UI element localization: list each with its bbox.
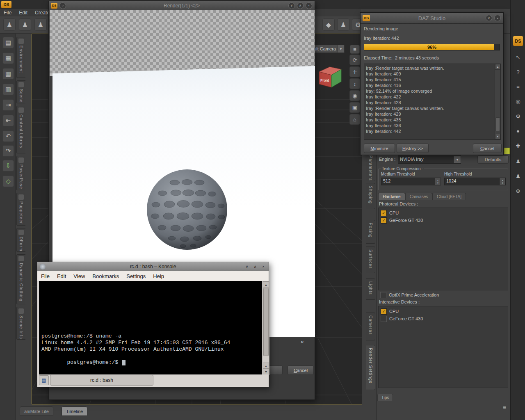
- menu-edit[interactable]: Edit: [53, 273, 70, 279]
- file-merge-icon[interactable]: ▦: [2, 68, 14, 80]
- session-tab[interactable]: rc.d : bash: [50, 375, 153, 386]
- render-log[interactable]: Iray :Render target canvas was written. …: [364, 64, 501, 140]
- tab-scene[interactable]: Scene: [16, 80, 25, 103]
- minimize-button[interactable]: Minimize: [364, 144, 395, 153]
- device-row-gpu[interactable]: ✓ GeForce GT 430: [379, 217, 508, 224]
- tab-lights[interactable]: Lights: [366, 278, 375, 300]
- menu-bookmarks[interactable]: Bookmarks: [89, 273, 123, 279]
- tab-posing[interactable]: Posing: [366, 220, 375, 244]
- scroll-down-icon[interactable]: ▼: [495, 134, 500, 139]
- checkbox-checked-icon[interactable]: ✓: [381, 210, 387, 216]
- tab-animate-lite[interactable]: aniMate Lite: [20, 406, 53, 416]
- sphere-tool-icon[interactable]: ●: [514, 126, 523, 135]
- figure-icon[interactable]: ♟: [514, 157, 523, 166]
- menu-file[interactable]: File: [37, 273, 53, 279]
- install-content-icon[interactable]: ◇: [2, 176, 14, 187]
- file-new-icon[interactable]: ▤: [2, 37, 14, 48]
- export-icon[interactable]: ⇤: [2, 115, 14, 126]
- scene-list-icon[interactable]: ≡: [514, 82, 523, 91]
- viewport-options-icon[interactable]: ≡: [350, 45, 360, 54]
- scroll-up-icon[interactable]: ▲: [495, 64, 500, 70]
- medium-threshold-input[interactable]: 512 ▲▼: [381, 178, 441, 185]
- scrollbar-thumb[interactable]: [495, 117, 500, 131]
- new-tab-icon[interactable]: ▤: [39, 375, 49, 385]
- chevron-down-icon[interactable]: ▼: [337, 45, 344, 52]
- device-row-cpu[interactable]: ✓ CPU: [379, 308, 508, 315]
- download-content-icon[interactable]: ⇩: [2, 160, 14, 171]
- scroll-up-icon[interactable]: ▲: [263, 281, 269, 288]
- checkbox-checked-icon[interactable]: ✓: [381, 308, 387, 315]
- view-cube-gizmo[interactable]: Front: [316, 64, 343, 89]
- tab-shaping[interactable]: Shaping: [366, 183, 375, 209]
- menu-help[interactable]: Help: [149, 273, 168, 279]
- wardrobe-icon[interactable]: ♟: [34, 18, 47, 31]
- unshade-icon[interactable]: ∧: [297, 2, 304, 9]
- ds-logo-icon[interactable]: DS: [513, 36, 523, 46]
- tab-powerpose[interactable]: PowerPose: [16, 156, 25, 190]
- tab-cameras[interactable]: Cameras: [366, 313, 375, 340]
- file-open-icon[interactable]: ▦: [2, 52, 14, 64]
- terminal-output[interactable]: postgres@home:/$ uname -a Linux home 4.4…: [39, 281, 262, 374]
- orbit-icon[interactable]: ⟳: [349, 55, 360, 65]
- tab-cloud-beta[interactable]: Cloud [BETA]: [432, 193, 466, 200]
- tab-render-settings[interactable]: Render Settings: [366, 345, 375, 390]
- tab-environment[interactable]: Environment: [16, 37, 25, 78]
- history-button[interactable]: History >>: [397, 144, 429, 153]
- tips-tab[interactable]: Tips: [377, 394, 393, 401]
- checkbox-unchecked-icon[interactable]: [381, 316, 387, 322]
- import-icon[interactable]: ⇥: [2, 99, 14, 111]
- tab-puppeteer[interactable]: Puppeteer: [16, 193, 25, 226]
- help-icon[interactable]: ?: [514, 67, 523, 76]
- menu-settings[interactable]: Settings: [123, 273, 149, 279]
- home-icon[interactable]: ⌂: [349, 114, 360, 125]
- undo-icon[interactable]: ↶: [2, 130, 14, 142]
- device-row-gpu[interactable]: GeForce GT 430: [379, 315, 508, 322]
- panel-menu-icon[interactable]: ≡: [500, 404, 509, 411]
- file-save-icon[interactable]: ▥: [2, 84, 14, 95]
- tab-hardware[interactable]: Hardware: [378, 193, 405, 200]
- new-figure-icon[interactable]: ♟: [3, 18, 16, 31]
- render-window-titlebar[interactable]: DS ○ Render(1/1) <2> ∨ ∧ ×: [49, 1, 315, 10]
- terminal-scrollbar[interactable]: ▲ ▲ ▼: [262, 281, 269, 375]
- high-threshold-input[interactable]: 1024 ▲▼: [444, 178, 506, 185]
- gem-tool-icon[interactable]: ◆: [322, 18, 335, 31]
- checkbox-unchecked-icon[interactable]: [380, 292, 386, 298]
- checkbox-checked-icon[interactable]: ✓: [381, 217, 387, 224]
- tab-timeline[interactable]: Timeline: [62, 406, 87, 416]
- tab-surfaces[interactable]: Surfaces: [366, 247, 375, 273]
- tab-parameters[interactable]: Parameters: [366, 153, 375, 181]
- people-icon[interactable]: ♟: [514, 171, 523, 180]
- device-row-cpu[interactable]: ✓ CPU: [379, 209, 508, 217]
- shade-icon[interactable]: ∨: [486, 15, 492, 21]
- dialog-titlebar[interactable]: DS DAZ Studio ∨ ×: [361, 13, 503, 24]
- scroll-arrows-icon[interactable]: «: [301, 338, 304, 345]
- menu-view[interactable]: View: [70, 273, 89, 279]
- close-icon[interactable]: ×: [306, 2, 312, 9]
- window-menu-icon[interactable]: ○: [59, 2, 66, 9]
- pointer-tool-icon[interactable]: ↖: [514, 52, 523, 62]
- tab-dynamic-clothing[interactable]: Dynamic Clothing: [16, 254, 25, 304]
- globe-icon[interactable]: ⊕: [514, 186, 523, 195]
- character-tool-icon[interactable]: ♟: [337, 18, 349, 31]
- shade-icon[interactable]: ∨: [288, 2, 295, 9]
- zoom-icon[interactable]: ◉: [349, 90, 360, 101]
- spinner-icon[interactable]: ▲▼: [500, 178, 505, 185]
- aim-target-icon[interactable]: ◎: [514, 97, 523, 106]
- gear-icon[interactable]: ⚙: [514, 112, 523, 121]
- menu-edit[interactable]: Edit: [15, 10, 31, 16]
- tab-content-library[interactable]: Content Library: [16, 106, 25, 153]
- render-cancel-button[interactable]: Cancel: [288, 365, 314, 375]
- tab-canvases[interactable]: Canvases: [405, 193, 432, 200]
- optix-row[interactable]: OptiX Prime Acceleration: [378, 291, 507, 299]
- pan-icon[interactable]: ✛: [349, 66, 360, 77]
- chevron-down-icon[interactable]: ▼: [454, 156, 461, 163]
- pose-figure-icon[interactable]: ♟: [19, 18, 31, 31]
- redo-icon[interactable]: ↷: [2, 145, 14, 157]
- scrollbar-thumb[interactable]: [263, 288, 269, 356]
- log-scrollbar[interactable]: ▲ ▼: [495, 64, 500, 139]
- scroll-down-icon[interactable]: ▼: [263, 368, 269, 375]
- tab-dform[interactable]: DForm: [16, 228, 25, 252]
- spinner-icon[interactable]: ▲▼: [435, 178, 441, 185]
- dolly-icon[interactable]: ↕: [349, 78, 360, 89]
- frame-icon[interactable]: ▣: [349, 102, 360, 113]
